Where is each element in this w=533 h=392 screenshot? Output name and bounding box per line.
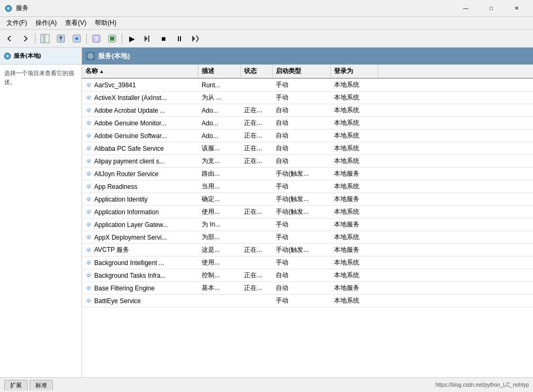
pause-button[interactable]: ⏸ [172,32,187,45]
sidebar-header[interactable]: 服务(本地) [0,48,82,65]
table-row[interactable]: Adobe Genuine Monitor...Ado...正在...自动本地系… [82,117,533,130]
service-login: 本地系统 [331,206,378,218]
toolbar: ? ▶ ■ ⏸ [0,30,533,48]
service-desc: 为 In... [198,218,241,231]
service-starttype: 手动 [273,257,331,269]
menu-help[interactable]: 帮助(H) [91,17,121,29]
service-status: 正在... [241,104,273,116]
service-login: 本地服务 [331,193,378,205]
table-row[interactable]: Background Tasks Infra...控制...正在...自动本地系… [82,269,533,282]
table-row[interactable]: ActiveX Installer (AxInst...为从 ...手动本地系统 [82,92,533,104]
service-status [241,295,273,307]
service-starttype: 手动(触发... [273,244,331,256]
menu-action[interactable]: 操作(A) [31,17,61,29]
svg-rect-3 [45,34,49,43]
table-row[interactable]: AVCTP 服务这是...正在...手动(触发...本地服务 [82,244,533,257]
service-status [241,218,273,231]
service-starttype: 手动(触发... [273,168,331,180]
column-starttype[interactable]: 启动类型 [273,65,331,78]
service-starttype: 手动 [273,218,331,231]
content-header-text: 服务(本地) [98,51,130,61]
view3-button[interactable] [105,32,120,45]
service-desc: 确定... [198,193,241,205]
table-row[interactable]: BattlEye Service手动本地系统 [82,295,533,307]
service-name: Adobe Genuine Monitor... [82,117,198,129]
service-starttype: 手动 [273,92,331,104]
table-row[interactable]: Application Identity确定...手动(触发...本地服务 [82,193,533,206]
help-button[interactable]: ? [89,32,104,45]
service-desc: 为部... [198,231,241,243]
tab-standard[interactable]: 标准 [30,380,53,390]
service-status: 正在... [241,117,273,129]
service-name: Background Intelligent ... [82,257,198,269]
svg-point-18 [88,53,93,59]
service-status [241,193,273,205]
column-login[interactable]: 登录为 [331,65,378,78]
service-desc: Runt... [198,79,241,91]
back-button[interactable] [2,32,17,45]
minimize-button[interactable]: — [454,0,478,17]
service-name: Adobe Genuine Softwar... [82,130,198,142]
table-row[interactable]: AllJoyn Router Service路由...手动(触发...本地服务 [82,168,533,180]
service-login: 本地系统 [331,92,378,104]
service-desc: Ado... [198,117,241,129]
play-button[interactable]: ▶ [124,32,139,45]
restart-button[interactable] [188,32,203,45]
svg-marker-13 [192,35,195,42]
table-row[interactable]: Alipay payment client s...为支...正在...自动本地… [82,155,533,168]
service-name: AppX Deployment Servi... [82,231,198,243]
table-row[interactable]: Background Intelligent ...使用...手动本地系统 [82,257,533,269]
table-row[interactable]: AarSvc_39841Runt...手动本地系统 [82,79,533,92]
column-status[interactable]: 状态 [241,65,273,78]
gear-icon [85,221,93,229]
service-name: Base Filtering Engine [82,282,198,294]
gear-icon [85,196,93,203]
tab-expand[interactable]: 扩展 [4,380,28,390]
gear-icon [85,170,93,178]
table-row[interactable]: Adobe Acrobat Update ...Ado...正在...自动本地系… [82,104,533,117]
close-button[interactable]: ✕ [504,0,529,17]
svg-point-17 [6,54,9,58]
table-row[interactable]: Alibaba PC Safe Service该服...正在...自动本地系统 [82,142,533,155]
table-row[interactable]: Adobe Genuine Softwar...Ado...正在...自动本地系… [82,130,533,142]
service-status: 正在... [241,155,273,167]
service-desc: Ado... [198,130,241,142]
service-name: AllJoyn Router Service [82,168,198,180]
service-login: 本地服务 [331,282,378,294]
table-row[interactable]: Application Information使用...正在...手动(触发..… [82,206,533,218]
stop-button[interactable]: ■ [156,32,171,45]
gear-icon [85,107,93,114]
service-status [241,231,273,243]
window-title: 服务 [16,4,454,13]
service-login: 本地系统 [331,155,378,167]
menu-view[interactable]: 查看(V) [61,17,91,29]
up-button[interactable] [53,32,68,45]
column-description[interactable]: 描述 [198,65,241,78]
gear-icon [85,208,93,216]
table-row[interactable]: Application Layer Gatew...为 In...手动本地服务 [82,218,533,231]
svg-line-15 [196,39,198,42]
table-row[interactable]: AppX Deployment Servi...为部...手动本地系统 [82,231,533,244]
gear-icon [85,234,93,241]
menu-file[interactable]: 文件(F) [2,17,31,29]
service-starttype: 自动 [273,282,331,294]
table-body: AarSvc_39841Runt...手动本地系统 ActiveX Instal… [82,79,533,307]
view2-button[interactable] [69,32,84,45]
toolbar-separator-1 [35,33,35,44]
service-name: Background Tasks Infra... [82,269,198,281]
show-hide-tree-button[interactable] [38,32,52,45]
column-name[interactable]: 名称 [82,65,198,78]
table-row[interactable]: App Readiness当用...手动本地系统 [82,180,533,193]
service-table[interactable]: 名称 描述 状态 启动类型 登录为 AarSvc_39841Runt...手动本… [82,65,533,377]
service-desc: 这是... [198,244,241,256]
service-desc: 该服... [198,142,241,154]
gear-icon [85,132,93,140]
forward-button[interactable] [18,32,33,45]
maximize-button[interactable]: □ [479,0,503,17]
service-starttype: 自动 [273,130,331,142]
gear-icon [85,94,93,102]
table-row[interactable]: Base Filtering Engine基本...正在...自动本地服务 [82,282,533,295]
play2-button[interactable] [140,32,155,45]
gear-icon [85,145,93,152]
service-name: BattlEye Service [82,295,198,307]
